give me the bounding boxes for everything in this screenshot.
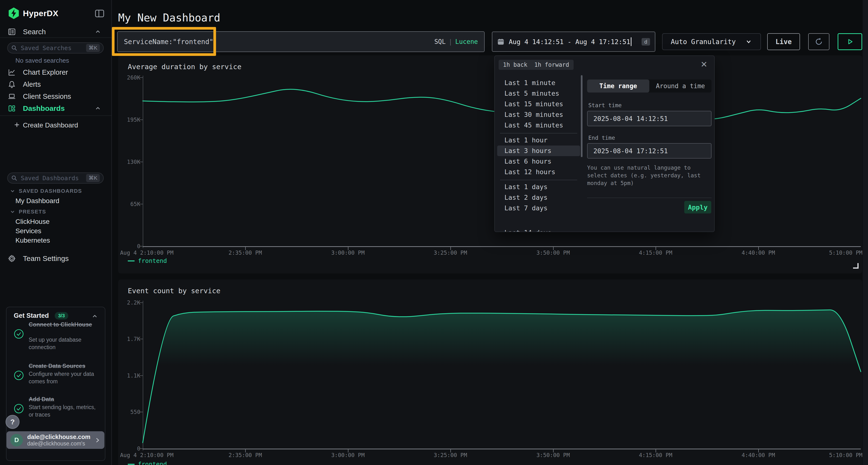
time-option[interactable]: Last 2 days (497, 192, 580, 203)
y-tick (140, 375, 143, 376)
sidebar-collapse-icon[interactable] (94, 8, 105, 19)
text-caret (631, 37, 631, 46)
live-button[interactable]: Live (767, 33, 800, 50)
time-option[interactable]: Last 1 days (497, 182, 580, 192)
shortcut-badge: ⌘K (86, 44, 100, 52)
end-time-field[interactable]: 2025-08-04 17:12:51 (587, 143, 712, 159)
get-started-step-title[interactable]: Create Data Sources (29, 362, 99, 370)
saved-dashboards-input[interactable]: Saved Dashboards ⌘K (7, 172, 104, 184)
chevron-up-icon[interactable] (91, 313, 98, 320)
hyperdx-logo-icon (8, 7, 20, 19)
x-tick-label: Aug 4 2:10:00 PM (120, 250, 174, 256)
y-tick-label: 130K (120, 159, 140, 165)
calendar-icon (497, 38, 504, 45)
y-tick (140, 162, 143, 162)
chevron-up-icon[interactable] (94, 105, 101, 112)
time-forward-button[interactable]: 1h forward (530, 60, 574, 70)
x-tick-label: 3:25:00 PM (434, 250, 467, 256)
time-option[interactable]: Last 30 minutes (497, 109, 580, 120)
natural-language-note: You can use natural language to select d… (587, 164, 712, 187)
saved-dashboards-placeholder: Saved Dashboards (21, 175, 86, 182)
sidebar-item-dashboards[interactable]: Dashboards (0, 103, 112, 114)
x-tick-label: 3:50:00 PM (536, 250, 570, 256)
x-tick-label: 4:40:00 PM (742, 452, 775, 458)
y-tick-label: 2.2K (120, 299, 140, 306)
sidebar-item-chart-explorer[interactable]: Chart Explorer (0, 66, 112, 78)
page-scrollbar[interactable] (863, 0, 868, 465)
help-button[interactable]: ? (5, 415, 20, 429)
divider (0, 37, 112, 38)
sidebar-item-alerts[interactable]: Alerts (0, 78, 112, 90)
tab-around-a-time[interactable]: Around a time (649, 79, 712, 93)
start-time-label: Start time (588, 102, 622, 108)
time-option[interactable]: Last 1 minute (497, 77, 580, 88)
query-search-input[interactable]: ServiceName:"frontend" SQL | Lucene (117, 31, 485, 52)
chevron-up-icon[interactable] (94, 28, 101, 35)
time-range-input[interactable]: Aug 4 14:12:51 - Aug 4 17:12:51 d (492, 32, 655, 52)
x-tick-label: 3:25:00 PM (434, 452, 467, 458)
time-option[interactable]: Last 6 hours (497, 156, 580, 167)
time-back-button[interactable]: 1h back (499, 60, 532, 70)
apply-label: Apply (688, 204, 707, 211)
user-menu[interactable]: D dale@clickhouse.com dale@clickhouse.co… (6, 431, 104, 449)
help-label: ? (10, 418, 15, 426)
presets-section-header[interactable]: PRESETS (10, 209, 46, 215)
granularity-select[interactable]: Auto Granularity (662, 33, 761, 50)
sidebar-link-services[interactable]: Services (16, 227, 41, 235)
play-button[interactable] (838, 33, 862, 50)
start-time-field[interactable]: 2025-08-04 14:12:51 (587, 111, 712, 126)
get-started-title: Get Started (14, 312, 49, 320)
legend-line-swatch (128, 261, 134, 261)
chart-legend[interactable]: frontend (128, 257, 167, 264)
saved-dashboards-section-header[interactable]: SAVED DASHBOARDS (10, 188, 82, 194)
legend-series-label: frontend (138, 461, 167, 465)
scrollbar-thumb[interactable] (581, 75, 583, 157)
x-tick-label: Aug 4 2:10:00 PM (120, 452, 174, 458)
y-tick (140, 204, 143, 204)
apply-button[interactable]: Apply (684, 201, 711, 213)
y-tick-label: 260K (120, 74, 140, 81)
play-icon (846, 38, 854, 45)
y-tick-label: 65K (120, 201, 140, 207)
time-option[interactable]: Last 15 minutes (497, 99, 580, 109)
area-chart-event-count[interactable] (143, 303, 861, 449)
y-tick (140, 77, 143, 78)
chart-title: Event count by service (128, 287, 220, 295)
x-tick-label: 4:40:00 PM (742, 250, 775, 256)
time-range-value: Aug 4 14:12:51 - Aug 4 17:12:51 (509, 38, 630, 45)
chart-legend[interactable]: frontend (128, 461, 167, 465)
sidebar-link-kubernetes[interactable]: Kubernetes (16, 237, 50, 244)
sidebar-link-my-dashboard[interactable]: My Dashboard (16, 197, 59, 205)
time-option[interactable]: Last 14 days (497, 227, 580, 232)
panel-resize-handle[interactable] (853, 263, 859, 269)
check-circle-icon (14, 329, 24, 339)
section-header-label: PRESETS (19, 209, 46, 215)
create-dashboard-button[interactable]: Create Dashboard (0, 120, 112, 131)
get-started-step-title[interactable]: Add Data (29, 395, 99, 403)
close-icon[interactable]: ✕ (701, 60, 708, 68)
sql-toggle[interactable]: SQL (434, 38, 445, 45)
lucene-toggle[interactable]: Lucene (455, 38, 478, 45)
search-icon (11, 45, 18, 51)
sidebar-item-label: Alerts (23, 80, 41, 89)
refresh-button[interactable] (808, 33, 830, 50)
divider (587, 198, 712, 198)
brand-name: HyperDX (23, 9, 58, 18)
sidebar-item-search[interactable]: Search (0, 26, 112, 38)
sidebar-item-client-sessions[interactable]: Client Sessions (0, 91, 112, 102)
get-started-step-title[interactable]: Connect to ClickHouse (29, 321, 99, 328)
time-option[interactable]: Last 5 minutes (497, 88, 580, 99)
time-option[interactable]: Last 45 minutes (497, 120, 580, 131)
time-option-selected[interactable]: Last 3 hours (497, 145, 580, 156)
chart-panel-avg-duration: Average duration by service 260K 195K 13… (118, 56, 862, 273)
time-option[interactable]: Last 1 hour (497, 135, 580, 145)
time-option[interactable]: Last 7 days (497, 203, 580, 213)
check-circle-icon (14, 370, 24, 380)
sidebar-link-clickhouse[interactable]: ClickHouse (16, 218, 50, 226)
sidebar-item-team-settings[interactable]: Team Settings (0, 253, 112, 264)
y-tick-label: 0 (120, 445, 140, 452)
tab-time-range[interactable]: Time range (587, 79, 649, 93)
saved-searches-input[interactable]: Saved Searches ⌘K (7, 42, 104, 54)
sidebar: HyperDX Search Saved Searches ⌘K No save… (0, 0, 112, 465)
time-option[interactable]: Last 12 hours (497, 167, 580, 177)
